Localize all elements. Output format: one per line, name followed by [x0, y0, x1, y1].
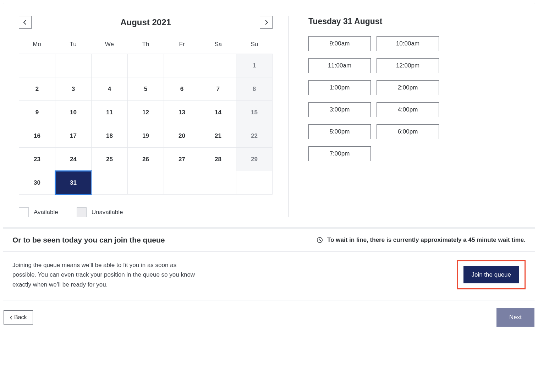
calendar-day-20[interactable]: 20	[164, 124, 200, 148]
calendar-dow-label: Fr	[164, 39, 200, 50]
calendar-dow-label: Th	[127, 39, 164, 50]
calendar-dow-row: MoTuWeThFrSaSu	[19, 39, 273, 50]
calendar-day-6[interactable]: 6	[164, 77, 200, 101]
calendar-day-25[interactable]: 25	[92, 148, 128, 171]
join-queue-button[interactable]: Join the queue	[463, 266, 519, 283]
calendar-day-19[interactable]: 19	[128, 124, 164, 148]
calendar-dow-label: Tu	[55, 39, 91, 50]
legend-unavailable-label: Unavailable	[92, 209, 123, 216]
timeslot-button[interactable]: 4:00pm	[377, 102, 439, 117]
calendar-dow-label: Sa	[200, 39, 236, 50]
calendar-cell-empty	[200, 171, 236, 195]
top-section: August 2021 MoTuWeThFrSaSu 1234567891011…	[3, 3, 535, 227]
calendar-grid: MoTuWeThFrSaSu 1234567891011121314151617…	[19, 39, 273, 195]
calendar-day-21[interactable]: 21	[200, 124, 236, 148]
queue-section: Or to be seen today you can join the que…	[3, 227, 535, 300]
calendar-day-30[interactable]: 30	[19, 171, 55, 195]
calendar-day-28[interactable]: 28	[200, 148, 236, 171]
timeslot-button[interactable]: 9:00am	[308, 36, 371, 51]
timeslot-button[interactable]: 12:00pm	[377, 58, 439, 73]
calendar-cell-empty	[92, 54, 128, 77]
calendar-body: 1234567891011121314151617181920212223242…	[19, 54, 273, 195]
calendar-day-13[interactable]: 13	[164, 101, 200, 124]
timeslot-button[interactable]: 3:00pm	[308, 102, 371, 117]
clock-icon	[317, 237, 323, 243]
calendar-day-5[interactable]: 5	[128, 77, 164, 101]
calendar-dow-label: Mo	[19, 39, 55, 50]
timeslot-button[interactable]: 2:00pm	[377, 80, 439, 95]
calendar-day-23[interactable]: 23	[19, 148, 55, 171]
calendar-cell-empty	[128, 54, 164, 77]
chevron-right-icon	[264, 20, 268, 25]
timeslot-panel: Tuesday 31 August 9:00am10:00am11:00am12…	[289, 16, 519, 217]
calendar-title: August 2021	[120, 17, 171, 27]
calendar-dow-label: Su	[236, 39, 273, 50]
calendar-day-2[interactable]: 2	[19, 77, 55, 101]
swatch-available	[19, 207, 29, 217]
calendar-day-14[interactable]: 14	[200, 101, 236, 124]
calendar-day-31[interactable]: 31	[55, 171, 92, 195]
calendar-cell-empty	[55, 54, 92, 77]
calendar-cell-empty	[164, 171, 200, 195]
calendar-day-12[interactable]: 12	[128, 101, 164, 124]
timeslot-button[interactable]: 6:00pm	[377, 124, 439, 139]
queue-wait-info: To wait in line, there is currently appr…	[317, 236, 526, 244]
timeslot-button[interactable]: 11:00am	[308, 58, 371, 73]
calendar-cell-empty	[19, 54, 55, 77]
calendar-cell-empty	[164, 54, 200, 77]
calendar-day-8[interactable]: 8	[236, 77, 273, 101]
calendar-day-4[interactable]: 4	[92, 77, 128, 101]
legend-unavailable: Unavailable	[77, 207, 123, 217]
calendar-day-3[interactable]: 3	[55, 77, 92, 101]
calendar-cell-empty	[92, 171, 128, 195]
calendar-cell-empty	[128, 171, 164, 195]
calendar-day-27[interactable]: 27	[164, 148, 200, 171]
footer-nav: Back Next	[3, 308, 535, 327]
calendar-cell-empty	[236, 171, 273, 195]
chevron-left-icon	[10, 316, 13, 320]
timeslot-grid: 9:00am10:00am11:00am12:00pm1:00pm2:00pm3…	[308, 36, 519, 161]
calendar-day-10[interactable]: 10	[55, 101, 92, 124]
queue-heading: Or to be seen today you can join the que…	[12, 236, 165, 244]
calendar-day-18[interactable]: 18	[92, 124, 128, 148]
calendar-day-17[interactable]: 17	[55, 124, 92, 148]
timeslot-title: Tuesday 31 August	[308, 17, 519, 26]
timeslot-button[interactable]: 10:00am	[377, 36, 439, 51]
queue-body: Joining the queue means we’ll be able to…	[3, 252, 535, 300]
back-label: Back	[14, 314, 27, 321]
swatch-unavailable	[77, 207, 87, 217]
calendar-day-24[interactable]: 24	[55, 148, 92, 171]
booking-frame: August 2021 MoTuWeThFrSaSu 1234567891011…	[3, 3, 535, 300]
queue-description: Joining the queue means we’ll be able to…	[12, 260, 197, 289]
calendar-day-22[interactable]: 22	[236, 124, 273, 148]
calendar-cell-empty	[200, 54, 236, 77]
chevron-left-icon	[23, 20, 27, 25]
queue-header: Or to be seen today you can join the que…	[3, 229, 535, 252]
legend-available: Available	[19, 207, 58, 217]
join-highlight: Join the queue	[457, 260, 526, 289]
next-button[interactable]: Next	[496, 308, 534, 327]
calendar-day-9[interactable]: 9	[19, 101, 55, 124]
next-month-button[interactable]	[260, 16, 273, 29]
legend-available-label: Available	[34, 209, 58, 216]
back-button[interactable]: Back	[4, 310, 33, 325]
prev-month-button[interactable]	[19, 16, 32, 29]
calendar-day-7[interactable]: 7	[200, 77, 236, 101]
timeslot-button[interactable]: 1:00pm	[308, 80, 371, 95]
calendar-day-26[interactable]: 26	[128, 148, 164, 171]
timeslot-button[interactable]: 7:00pm	[308, 146, 371, 161]
queue-wait-text: To wait in line, there is currently appr…	[327, 236, 526, 244]
calendar-day-1[interactable]: 1	[236, 54, 273, 77]
calendar-day-15[interactable]: 15	[236, 101, 273, 124]
timeslot-button[interactable]: 5:00pm	[308, 124, 371, 139]
calendar-header: August 2021	[19, 16, 273, 29]
calendar-day-16[interactable]: 16	[19, 124, 55, 148]
calendar-day-11[interactable]: 11	[92, 101, 128, 124]
calendar-day-29[interactable]: 29	[236, 148, 273, 171]
calendar-legend: Available Unavailable	[19, 207, 273, 217]
calendar-dow-label: We	[91, 39, 127, 50]
calendar-panel: August 2021 MoTuWeThFrSaSu 1234567891011…	[19, 16, 289, 217]
